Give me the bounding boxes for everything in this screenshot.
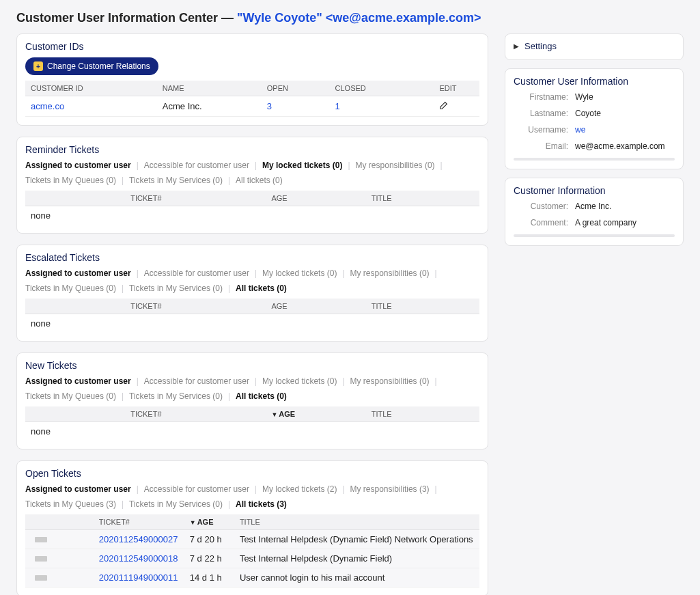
ticket-number-link[interactable]: 2020112549000018 (99, 553, 178, 564)
customer-user-info-title: Customer User Information (514, 76, 675, 87)
new-none: none (25, 422, 479, 441)
filter-all[interactable]: All tickets (0) (236, 176, 283, 185)
filter-locked[interactable]: My locked tickets (0) (262, 161, 342, 170)
label-customer: Customer: (514, 202, 575, 211)
escalated-tickets-title: Escalated Tickets (25, 252, 479, 263)
customer-open-link[interactable]: 3 (267, 101, 272, 111)
col-age-sorted[interactable]: ▼AGE (184, 514, 234, 530)
col-edit[interactable]: EDIT (434, 81, 479, 96)
filter-services[interactable]: Tickets in My Services (0) (129, 176, 223, 185)
sort-desc-icon: ▼ (190, 519, 196, 526)
new-filter-row-1: Assigned to customer user| Accessible fo… (25, 376, 479, 386)
filter-services[interactable]: Tickets in My Services (0) (129, 499, 223, 509)
scroll-indicator (514, 234, 675, 237)
table-row: acme.co Acme Inc. 3 1 (25, 96, 479, 117)
col-ticket[interactable]: TICKET# (125, 299, 266, 314)
table-row[interactable]: 20201125490000187 d 22 hTest Internal He… (25, 549, 479, 568)
col-title[interactable]: TITLE (366, 406, 479, 422)
ticket-age-cell: 14 d 1 h (184, 568, 234, 587)
ticket-age-cell: 7 d 22 h (184, 549, 234, 568)
customer-closed-link[interactable]: 1 (335, 101, 340, 111)
col-customer-id[interactable]: CUSTOMER ID (25, 81, 157, 96)
col-ticket[interactable]: TICKET# (125, 191, 266, 206)
label-username: Username: (514, 125, 575, 135)
col-title[interactable]: TITLE (366, 191, 479, 206)
reminder-tickets-table: TICKET# AGE TITLE (25, 191, 479, 206)
label-firstname: Firstname: (514, 92, 575, 102)
customer-ids-title: Customer IDs (25, 41, 479, 52)
table-row[interactable]: 202011194900001114 d 1 hUser cannot logi… (25, 568, 479, 587)
col-ticket[interactable]: TICKET# (125, 406, 266, 422)
filter-queues[interactable]: Tickets in My Queues (0) (25, 283, 116, 293)
filter-queues[interactable]: Tickets in My Queues (0) (25, 176, 116, 185)
flag-icon[interactable] (35, 556, 47, 562)
customer-id-link[interactable]: acme.co (31, 101, 64, 111)
col-title[interactable]: TITLE (366, 299, 479, 314)
settings-toggle[interactable]: ▶ Settings (505, 33, 684, 60)
filter-services[interactable]: Tickets in My Services (0) (129, 391, 223, 401)
chevron-right-icon: ▶ (514, 42, 519, 50)
col-age[interactable]: AGE (266, 299, 365, 314)
ticket-number-link[interactable]: 2020112549000027 (99, 534, 178, 544)
value-lastname: Coyote (575, 109, 675, 118)
plus-icon: + (33, 61, 43, 71)
label-comment: Comment: (514, 218, 575, 227)
filter-accessible[interactable]: Accessible for customer user (144, 376, 249, 386)
col-age[interactable]: AGE (266, 191, 365, 206)
open-tickets-table: TICKET# ▼AGE TITLE 20201125490000277 d 2… (25, 514, 479, 587)
filter-locked[interactable]: My locked tickets (2) (262, 484, 337, 494)
col-title[interactable]: TITLE (234, 514, 479, 530)
filter-responsibilities[interactable]: My responsibilities (0) (356, 161, 435, 170)
escalated-tickets-table: TICKET# AGE TITLE (25, 299, 479, 314)
customer-info-panel: Customer Information Customer: Acme Inc.… (505, 178, 684, 246)
edit-icon[interactable] (439, 102, 449, 112)
escalated-filter-row-1: Assigned to customer user| Accessible fo… (25, 268, 479, 278)
filter-assigned[interactable]: Assigned to customer user (25, 268, 131, 278)
value-email: we@acme.example.com (575, 141, 675, 151)
scroll-indicator (514, 158, 675, 161)
page-title: Customer User Information Center — "Wyle… (16, 11, 684, 25)
new-tickets-panel: New Tickets Assigned to customer user| A… (16, 352, 488, 449)
col-name[interactable]: NAME (157, 81, 262, 96)
filter-locked[interactable]: My locked tickets (0) (262, 268, 337, 278)
open-tickets-title: Open Tickets (25, 468, 479, 479)
open-filter-row-2: Tickets in My Queues (3)| Tickets in My … (25, 499, 479, 509)
col-closed[interactable]: CLOSED (330, 81, 434, 96)
filter-locked[interactable]: My locked tickets (0) (262, 376, 337, 386)
ticket-number-link[interactable]: 2020111949000011 (99, 572, 178, 583)
value-customer: Acme Inc. (575, 202, 675, 211)
filter-all[interactable]: All tickets (0) (236, 391, 287, 401)
change-customer-relations-label: Change Customer Relations (47, 61, 150, 71)
col-ticket[interactable]: TICKET# (94, 514, 184, 530)
escalated-tickets-panel: Escalated Tickets Assigned to customer u… (16, 245, 488, 342)
reminder-filter-row-2: Tickets in My Queues (0)| Tickets in My … (25, 176, 479, 185)
filter-assigned[interactable]: Assigned to customer user (25, 484, 131, 494)
reminder-none: none (25, 206, 479, 225)
filter-queues[interactable]: Tickets in My Queues (0) (25, 391, 116, 401)
flag-icon[interactable] (35, 575, 47, 581)
col-open[interactable]: OPEN (262, 81, 330, 96)
filter-accessible[interactable]: Accessible for customer user (144, 268, 249, 278)
filter-assigned[interactable]: Assigned to customer user (25, 161, 131, 170)
escalated-filter-row-2: Tickets in My Queues (0)| Tickets in My … (25, 283, 479, 293)
filter-queues[interactable]: Tickets in My Queues (3) (25, 499, 116, 509)
label-email: Email: (514, 141, 575, 151)
flag-icon[interactable] (35, 537, 47, 542)
filter-accessible[interactable]: Accessible for customer user (144, 484, 249, 494)
value-username-link[interactable]: we (575, 125, 585, 135)
filter-responsibilities[interactable]: My responsibilities (0) (350, 268, 430, 278)
change-customer-relations-button[interactable]: + Change Customer Relations (25, 57, 158, 75)
filter-all[interactable]: All tickets (0) (236, 283, 287, 293)
filter-assigned[interactable]: Assigned to customer user (25, 376, 131, 386)
filter-all[interactable]: All tickets (3) (236, 499, 287, 509)
filter-responsibilities[interactable]: My responsibilities (3) (350, 484, 430, 494)
filter-services[interactable]: Tickets in My Services (0) (129, 283, 223, 293)
new-tickets-title: New Tickets (25, 360, 479, 371)
col-age-sorted[interactable]: ▼AGE (266, 406, 365, 422)
reminder-filter-row-1: Assigned to customer user| Accessible fo… (25, 161, 479, 170)
filter-responsibilities[interactable]: My responsibilities (0) (350, 376, 430, 386)
reminder-tickets-title: Reminder Tickets (25, 144, 479, 155)
filter-accessible[interactable]: Accessible for customer user (144, 161, 249, 170)
page-title-prefix: Customer User Information Center — (16, 11, 234, 25)
table-row[interactable]: 20201125490000277 d 20 hTest Internal He… (25, 530, 479, 549)
